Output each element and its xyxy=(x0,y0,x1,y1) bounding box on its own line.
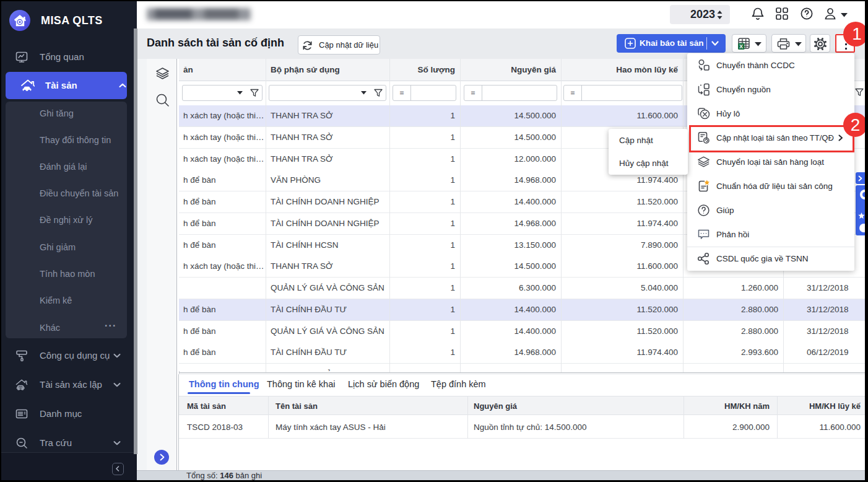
svg-text:X: X xyxy=(739,43,743,50)
